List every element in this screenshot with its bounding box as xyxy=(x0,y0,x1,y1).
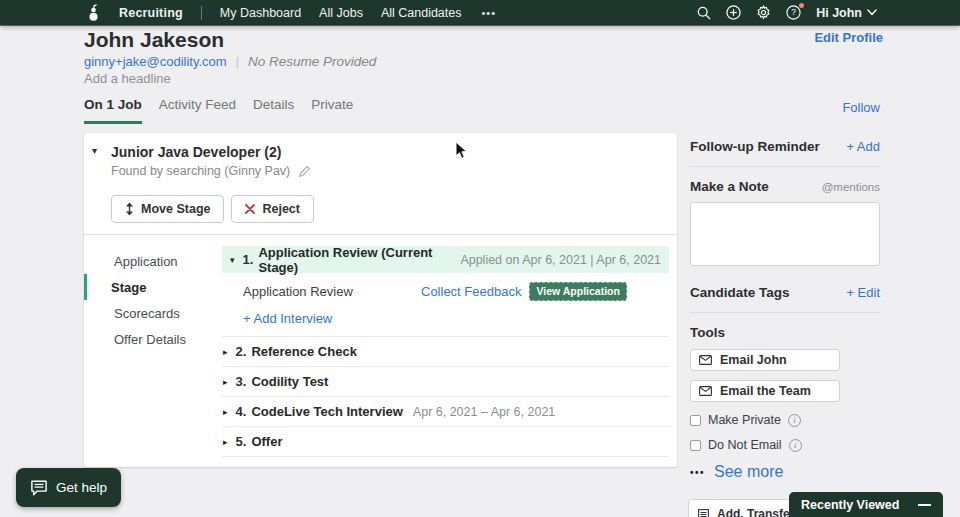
stage-list-end-divider xyxy=(222,456,669,457)
make-note-title: Make a Note xyxy=(690,179,769,194)
job-collapse-icon[interactable]: ▾ xyxy=(92,145,97,156)
chevron-down-icon xyxy=(867,9,877,16)
svg-text:?: ? xyxy=(791,7,796,17)
right-sidebar: Follow-up Reminder + Add Make a Note @me… xyxy=(690,133,880,481)
nav-product-name[interactable]: Recruiting xyxy=(119,6,183,20)
stage-list: ▾ 1. Application Review (Current Stage) … xyxy=(222,246,669,457)
job-nav-application[interactable]: Application xyxy=(84,248,222,274)
reject-label: Reject xyxy=(262,202,300,216)
add-interview-link[interactable]: + Add Interview xyxy=(243,311,332,326)
move-stage-label: Move Stage xyxy=(141,202,210,216)
email-candidate-label: Email John xyxy=(720,353,787,367)
job-card: ▾ Junior Java Developer (2) Found by sea… xyxy=(84,133,677,467)
stage-row-codelive-tech-interview[interactable]: ▸ 4. CodeLive Tech Interview Apr 6, 2021… xyxy=(222,396,669,426)
reject-button[interactable]: Reject xyxy=(231,195,314,223)
search-icon[interactable] xyxy=(697,6,711,20)
candidate-name: John Jakeson xyxy=(84,28,224,52)
contact-row: ginny+jake@codility.com | No Resume Prov… xyxy=(84,54,376,69)
followup-reminder-title: Follow-up Reminder xyxy=(690,139,820,154)
info-icon[interactable]: i xyxy=(788,414,801,427)
get-help-label: Get help xyxy=(56,480,107,495)
stage-name: Offer xyxy=(251,434,282,449)
jobs-icon xyxy=(698,509,709,517)
stage-number: 4. xyxy=(236,404,247,419)
nav-more-icon[interactable]: ••• xyxy=(482,7,497,19)
stage-name: Application Review (Current Stage) xyxy=(258,245,450,275)
stage-number: 2. xyxy=(236,344,247,359)
make-private-checkbox[interactable] xyxy=(690,415,701,426)
move-stage-button[interactable]: Move Stage xyxy=(111,195,224,223)
job-nav-stage[interactable]: Stage xyxy=(84,274,222,300)
note-textarea[interactable] xyxy=(690,202,880,266)
gear-icon[interactable] xyxy=(756,5,771,20)
recently-viewed-title: Recently Viewed xyxy=(801,498,899,512)
do-not-email-label: Do Not Email xyxy=(708,438,782,452)
resume-status: No Resume Provided xyxy=(248,54,376,69)
see-more-link[interactable]: See more xyxy=(714,463,783,481)
help-icon[interactable]: ? xyxy=(786,5,801,20)
nav-item-my-dashboard[interactable]: My Dashboard xyxy=(220,6,301,20)
chat-bubble-icon xyxy=(30,480,48,496)
stage-number: 1. xyxy=(243,252,254,267)
stage-applied-dates: Applied on Apr 6, 2021 | Apr 6, 2021 xyxy=(460,253,661,267)
mentions-hint: @mentions xyxy=(822,181,880,193)
email-team-button[interactable]: Email the Team xyxy=(690,380,840,402)
edit-profile-link[interactable]: Edit Profile xyxy=(814,30,883,45)
view-application-badge[interactable]: View Application xyxy=(529,282,626,301)
stage-number: 3. xyxy=(236,374,247,389)
nav-item-all-jobs[interactable]: All Jobs xyxy=(319,6,363,20)
add-headline-field[interactable]: Add a headline xyxy=(84,71,171,86)
candidate-email-link[interactable]: ginny+jake@codility.com xyxy=(84,54,227,69)
collect-feedback-link[interactable]: Collect Feedback xyxy=(421,284,521,299)
edit-tags-link[interactable]: + Edit xyxy=(846,285,880,300)
stage-dates: Apr 6, 2021 – Apr 6, 2021 xyxy=(413,405,555,419)
do-not-email-checkbox[interactable] xyxy=(690,440,701,451)
nav-item-all-candidates[interactable]: All Candidates xyxy=(381,6,462,20)
move-stage-icon xyxy=(125,202,134,216)
stage-name: Reference Check xyxy=(251,344,357,359)
stage-expand-icon[interactable]: ▸ xyxy=(223,407,228,417)
stage-expand-icon[interactable]: ▸ xyxy=(223,347,228,357)
add-reminder-link[interactable]: + Add xyxy=(846,139,880,154)
sidebar-divider xyxy=(690,312,880,313)
job-title[interactable]: Junior Java Developer (2) xyxy=(111,144,281,160)
stage-collapse-icon[interactable]: ▾ xyxy=(230,255,235,265)
info-icon[interactable]: i xyxy=(789,439,802,452)
stage-name: Codility Test xyxy=(251,374,328,389)
tab-private[interactable]: Private xyxy=(311,97,353,124)
job-nav-offer-details[interactable]: Offer Details xyxy=(84,326,222,352)
envelope-icon xyxy=(699,355,712,365)
follow-link[interactable]: Follow xyxy=(842,100,880,115)
tools-title: Tools xyxy=(690,325,880,340)
email-candidate-button[interactable]: Email John xyxy=(690,349,840,371)
edit-pencil-icon[interactable] xyxy=(298,165,311,178)
tab-on-1-job[interactable]: On 1 Job xyxy=(84,97,142,124)
contact-separator: | xyxy=(236,54,239,69)
tab-activity-feed[interactable]: Activity Feed xyxy=(159,97,236,124)
profile-tabs: On 1 Job Activity Feed Details Private xyxy=(84,97,353,124)
greenhouse-logo-icon[interactable] xyxy=(86,4,101,22)
user-menu[interactable]: Hi John xyxy=(816,6,877,20)
notification-dot xyxy=(799,3,804,8)
add-icon[interactable] xyxy=(726,5,741,20)
job-card-nav: Application Stage Scorecards Offer Detai… xyxy=(84,248,222,352)
stage-row-current[interactable]: ▾ 1. Application Review (Current Stage) … xyxy=(222,246,669,273)
card-divider xyxy=(84,234,677,235)
job-nav-scorecards[interactable]: Scorecards xyxy=(84,300,222,326)
interview-name: Application Review xyxy=(243,284,421,299)
stage-expand-icon[interactable]: ▸ xyxy=(223,377,228,387)
candidate-tags-title: Candidate Tags xyxy=(690,285,790,300)
sidebar-divider xyxy=(690,166,880,167)
stage-expand-icon[interactable]: ▸ xyxy=(223,437,228,447)
stage-row-codility-test[interactable]: ▸ 3. Codility Test xyxy=(222,366,669,396)
user-greeting: Hi John xyxy=(816,6,862,20)
stage-number: 5. xyxy=(236,434,247,449)
stage-row-offer[interactable]: ▸ 5. Offer xyxy=(222,426,669,456)
more-options-icon: ••• xyxy=(690,467,705,478)
collapse-icon[interactable] xyxy=(918,504,931,506)
stage-name: CodeLive Tech Interview xyxy=(251,404,402,419)
stage-row-reference-check[interactable]: ▸ 2. Reference Check xyxy=(222,336,669,366)
get-help-button[interactable]: Get help xyxy=(16,468,121,507)
tab-details[interactable]: Details xyxy=(253,97,294,124)
recently-viewed-panel[interactable]: Recently Viewed xyxy=(789,492,943,517)
